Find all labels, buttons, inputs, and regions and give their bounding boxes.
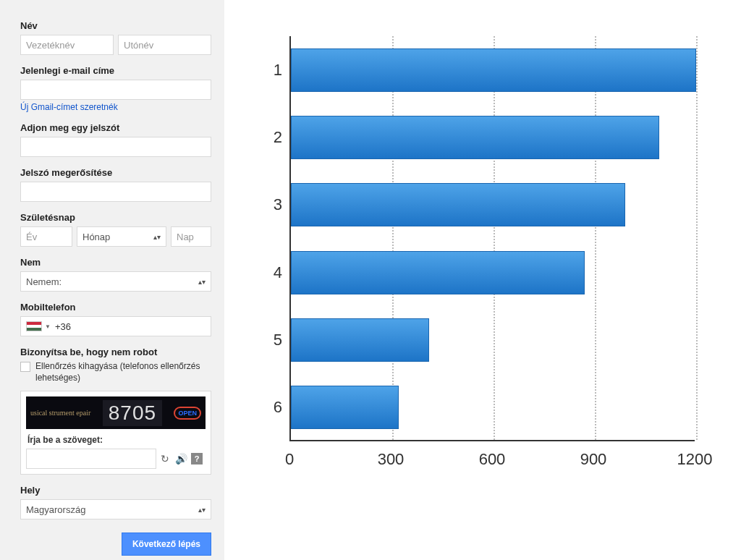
confirm-password-label: Jelszó megerősítése	[20, 167, 211, 178]
chevron-updown-icon: ▴▾	[198, 506, 206, 514]
help-icon[interactable]: ?	[191, 453, 203, 464]
name-label: Név	[20, 20, 211, 31]
chart-gridline	[696, 36, 698, 440]
chart-x-tick: 0	[285, 450, 294, 469]
flag-hungary-icon	[26, 321, 42, 331]
chart-gridline	[595, 36, 596, 440]
year-input[interactable]	[20, 226, 72, 247]
location-select[interactable]: Magyarország ▴▾	[20, 499, 211, 519]
chart-y-tick: 4	[261, 263, 282, 282]
password-input[interactable]	[20, 137, 211, 157]
chart-x-tick: 300	[378, 450, 405, 469]
audio-icon[interactable]: 🔊	[175, 453, 187, 464]
chart-x-tick: 600	[479, 450, 506, 469]
chart-gridline	[392, 36, 394, 440]
chart-bar	[291, 318, 429, 362]
chart-y-tick: 5	[261, 331, 282, 349]
email-input[interactable]	[20, 80, 211, 100]
location-select-text: Magyarország	[26, 504, 198, 515]
captcha-number: 8705	[103, 400, 162, 426]
password-label: Adjon meg egy jelszót	[20, 122, 211, 133]
confirm-password-input[interactable]	[20, 182, 211, 202]
chart-gridline	[494, 36, 495, 440]
prove-not-robot-label: Bizonyítsa be, hogy nem robot	[20, 347, 211, 357]
gender-select-text: Nemem:	[26, 276, 198, 287]
chart-x-tick: 1200	[677, 450, 713, 469]
chevron-updown-icon: ▴▾	[198, 278, 206, 286]
captcha-box: usical strument epair 8705 OPEN Írja be …	[20, 391, 211, 475]
captcha-fragment-open: OPEN	[174, 407, 201, 420]
chart-x-tick: 900	[580, 450, 607, 469]
new-gmail-link[interactable]: Új Gmail-címet szeretnék	[20, 102, 118, 112]
captcha-fragment-left: usical strument epair	[26, 409, 90, 417]
next-step-button[interactable]: Következő lépés	[122, 533, 211, 556]
month-select[interactable]: Hónap ▴▾	[77, 226, 166, 247]
captcha-input-label: Írja be a szöveget:	[27, 435, 206, 445]
signup-form: Név Jelenlegi e-mail címe Új Gmail-címet…	[0, 0, 224, 560]
chart-bar	[291, 116, 659, 159]
mobile-label: Mobiltelefon	[20, 302, 211, 313]
chart-bar	[291, 251, 585, 294]
captcha-image: usical strument epair 8705 OPEN	[26, 396, 206, 429]
bar-chart: 123456 03006009001200	[261, 36, 695, 470]
month-select-text: Hónap	[82, 232, 153, 242]
chart-y-tick: 2	[261, 128, 282, 147]
gender-label: Nem	[20, 257, 211, 268]
chevron-updown-icon: ▴▾	[153, 233, 161, 241]
refresh-icon[interactable]: ↻	[159, 453, 171, 464]
last-name-input[interactable]	[20, 35, 114, 55]
chart-bar	[291, 386, 399, 429]
skip-verification-checkbox[interactable]	[20, 362, 30, 372]
skip-verification-label: Ellenőrzés kihagyása (telefonos ellenőrz…	[35, 361, 211, 383]
chart-y-tick: 3	[261, 195, 282, 214]
email-label: Jelenlegi e-mail címe	[20, 65, 211, 76]
chart-area: 123456 03006009001200	[224, 0, 741, 560]
phone-input[interactable]: ▼ +36	[20, 316, 211, 336]
captcha-input[interactable]	[26, 449, 156, 469]
chart-bar	[291, 48, 696, 92]
phone-prefix: +36	[55, 321, 71, 332]
first-name-input[interactable]	[118, 35, 211, 55]
chevron-down-icon: ▼	[45, 323, 51, 330]
birthday-label: Születésnap	[20, 212, 211, 223]
chart-y-tick: 1	[261, 61, 282, 80]
chart-y-tick: 6	[261, 398, 282, 417]
location-label: Hely	[20, 485, 211, 496]
day-input[interactable]	[171, 226, 211, 247]
chart-bar	[291, 183, 625, 226]
gender-select[interactable]: Nemem: ▴▾	[20, 271, 211, 292]
